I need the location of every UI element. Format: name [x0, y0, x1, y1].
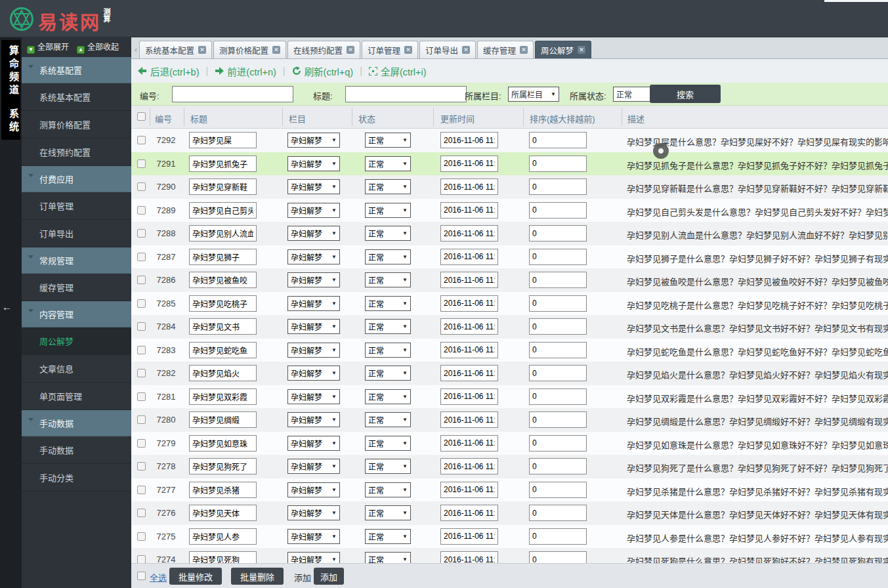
row-checkbox[interactable] [137, 439, 146, 448]
sidebar-item-周公解梦[interactable]: 周公解梦 [22, 327, 131, 355]
row-checkbox[interactable] [137, 253, 146, 261]
row-checkbox[interactable] [137, 182, 146, 191]
row-category-select[interactable]: 孕妇解梦▼ [287, 203, 340, 218]
tab-系统基本配置[interactable]: 系统基本配置✕ [139, 41, 212, 58]
row-title-input[interactable] [189, 505, 257, 521]
row-category-select[interactable]: 孕妇解梦▼ [287, 529, 340, 544]
sidebar-item-订单导出[interactable]: 订单导出 [22, 220, 131, 247]
row-updated-input[interactable] [440, 225, 498, 242]
sidebar-item-文章信息[interactable]: 文章信息 [22, 355, 131, 383]
row-category-select[interactable]: 孕妇解梦▼ [287, 156, 340, 171]
row-category-select[interactable]: 孕妇解梦▼ [287, 505, 340, 520]
row-status-select[interactable]: 正常▼ [365, 412, 411, 427]
row-checkbox[interactable] [137, 346, 146, 354]
tab-close-icon[interactable]: ✕ [404, 46, 412, 54]
row-category-select[interactable]: 孕妇解梦▼ [287, 179, 340, 194]
row-status-select[interactable]: 正常▼ [365, 226, 411, 241]
select-all-checkbox[interactable] [137, 112, 146, 121]
batch-edit-button[interactable]: 批量修改 [169, 568, 222, 585]
row-status-select[interactable]: 正常▼ [365, 366, 411, 381]
row-title-input[interactable] [189, 295, 257, 312]
row-updated-input[interactable] [440, 295, 498, 312]
row-sort-input[interactable] [529, 435, 587, 452]
row-checkbox[interactable] [137, 532, 146, 541]
row-category-select[interactable]: 孕妇解梦▼ [287, 482, 340, 497]
row-updated-input[interactable] [440, 551, 498, 563]
row-sort-input[interactable] [529, 528, 587, 545]
row-checkbox[interactable] [137, 322, 146, 331]
add-button[interactable]: 添加 [314, 568, 344, 585]
row-status-select[interactable]: 正常▼ [365, 133, 411, 148]
sidebar-collapse-arrow[interactable]: ← [2, 301, 12, 312]
row-title-input[interactable] [189, 249, 257, 265]
row-checkbox[interactable] [137, 392, 146, 401]
row-title-input[interactable] [189, 458, 257, 474]
row-updated-input[interactable] [440, 388, 498, 405]
row-category-select[interactable]: 孕妇解梦▼ [287, 366, 340, 381]
row-updated-input[interactable] [440, 202, 498, 219]
row-checkbox[interactable] [137, 229, 146, 238]
tab-close-icon[interactable]: ✕ [462, 46, 470, 54]
sidebar-group-付费应用[interactable]: 付费应用 [22, 166, 131, 192]
row-sort-input[interactable] [529, 411, 587, 428]
tab-订单导出[interactable]: 订单导出✕ [419, 41, 476, 58]
row-title-input[interactable] [189, 435, 257, 452]
row-updated-input[interactable] [440, 178, 498, 195]
row-status-select[interactable]: 正常▼ [365, 343, 411, 358]
row-updated-input[interactable] [440, 458, 498, 474]
sidebar-group-手动数据[interactable]: 手动数据 [22, 410, 131, 436]
row-category-select[interactable]: 孕妇解梦▼ [287, 552, 340, 563]
row-category-select[interactable]: 孕妇解梦▼ [287, 249, 340, 264]
row-status-select[interactable]: 正常▼ [365, 156, 411, 171]
tab-scroll-left-icon[interactable]: ‹ [133, 41, 139, 58]
row-sort-input[interactable] [529, 178, 587, 195]
row-updated-input[interactable] [440, 528, 498, 545]
row-sort-input[interactable] [529, 295, 587, 312]
row-updated-input[interactable] [440, 272, 498, 288]
row-title-input[interactable] [189, 528, 257, 545]
row-category-select[interactable]: 孕妇解梦▼ [287, 133, 340, 148]
filter-id-input[interactable] [172, 86, 293, 102]
row-sort-input[interactable] [529, 156, 587, 172]
row-title-input[interactable] [189, 225, 257, 242]
row-sort-input[interactable] [529, 482, 587, 498]
row-checkbox[interactable] [137, 486, 146, 494]
search-button[interactable]: 搜索 [650, 85, 721, 103]
row-checkbox[interactable] [137, 369, 146, 377]
row-title-input[interactable] [189, 132, 257, 148]
sidebar-group-系统基配置[interactable]: 系统基配置 [22, 57, 131, 83]
row-status-select[interactable]: 正常▼ [365, 296, 411, 311]
tab-订单管理[interactable]: 订单管理✕ [362, 41, 418, 58]
row-title-input[interactable] [189, 178, 257, 195]
row-category-select[interactable]: 孕妇解梦▼ [287, 412, 340, 427]
row-updated-input[interactable] [440, 132, 498, 148]
tab-close-icon[interactable]: ✕ [578, 46, 585, 54]
row-title-input[interactable] [189, 388, 257, 405]
row-category-select[interactable]: 孕妇解梦▼ [287, 272, 340, 287]
row-status-select[interactable]: 正常▼ [365, 319, 411, 334]
sidebar-item-订单管理[interactable]: 订单管理 [22, 192, 131, 220]
row-sort-input[interactable] [529, 365, 587, 381]
row-status-select[interactable]: 正常▼ [365, 436, 411, 451]
row-updated-input[interactable] [440, 435, 498, 452]
sidebar-item-缓存管理[interactable]: 缓存管理 [22, 274, 131, 301]
back-button[interactable]: 后退(ctrl+b) [138, 64, 200, 78]
tab-close-icon[interactable]: ✕ [198, 46, 206, 54]
row-status-select[interactable]: 正常▼ [365, 249, 411, 264]
tab-close-icon[interactable]: ✕ [347, 46, 354, 54]
row-category-select[interactable]: 孕妇解梦▼ [287, 459, 340, 474]
refresh-button[interactable]: 刷新(ctrl+q) [292, 64, 354, 78]
row-title-input[interactable] [189, 365, 257, 381]
sidebar-item-单页面管理[interactable]: 单页面管理 [22, 383, 131, 410]
row-status-select[interactable]: 正常▼ [365, 505, 411, 520]
row-title-input[interactable] [189, 318, 257, 335]
row-status-select[interactable]: 正常▼ [365, 459, 411, 474]
select-all-link[interactable]: 全选 [150, 571, 167, 583]
row-category-select[interactable]: 孕妇解梦▼ [287, 389, 340, 404]
row-checkbox[interactable] [137, 509, 146, 517]
row-title-input[interactable] [189, 272, 257, 288]
row-checkbox[interactable] [137, 276, 146, 284]
row-checkbox[interactable] [137, 299, 146, 308]
row-status-select[interactable]: 正常▼ [365, 482, 411, 497]
sidebar-group-内容管理[interactable]: 内容管理 [22, 301, 131, 327]
